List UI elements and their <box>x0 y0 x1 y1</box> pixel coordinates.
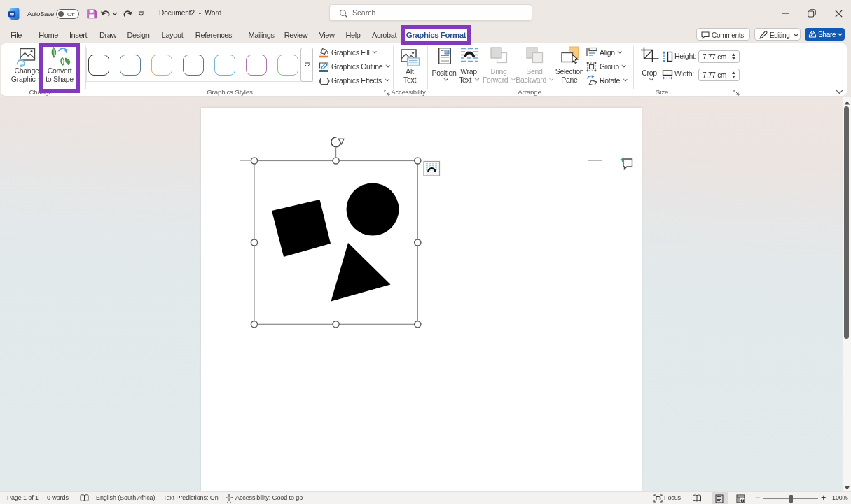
svg-text:?: ? <box>742 499 744 503</box>
svg-text:W: W <box>10 12 15 17</box>
